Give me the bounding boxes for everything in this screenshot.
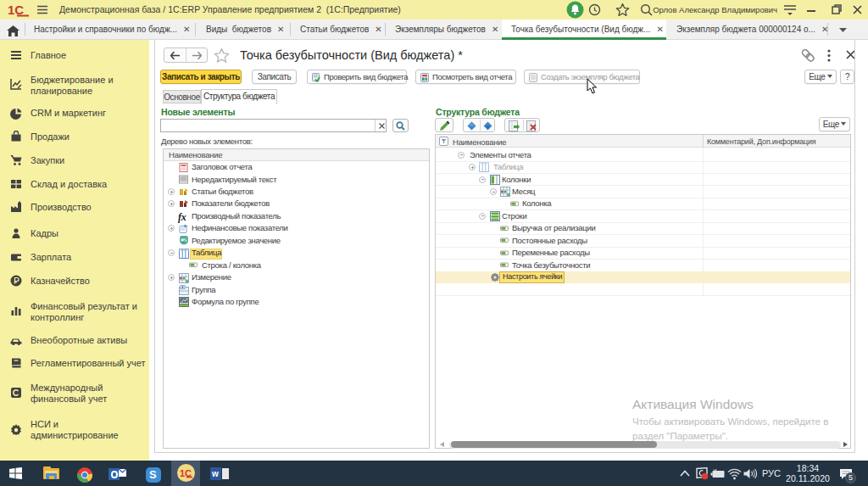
svg-text:1С: 1С bbox=[8, 3, 24, 17]
